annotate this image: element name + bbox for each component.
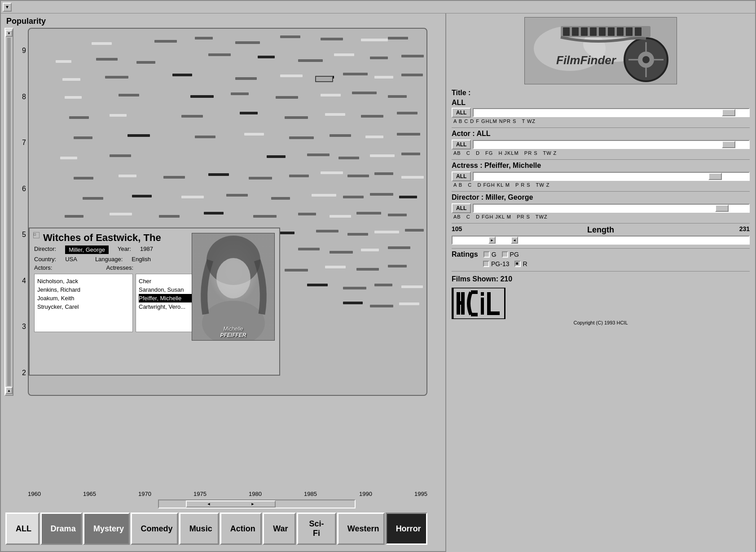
- film-mark[interactable]: [172, 74, 192, 76]
- film-mark[interactable]: [374, 76, 393, 79]
- director-slider-thumb[interactable]: [715, 205, 729, 212]
- film-mark[interactable]: [285, 269, 308, 272]
- film-mark[interactable]: [119, 94, 139, 96]
- film-mark[interactable]: [374, 284, 392, 286]
- film-mark[interactable]: [280, 74, 303, 77]
- film-mark[interactable]: [119, 175, 136, 177]
- film-mark[interactable]: [62, 78, 80, 81]
- film-mark[interactable]: [361, 115, 383, 118]
- film-mark[interactable]: [361, 39, 388, 41]
- film-mark[interactable]: [334, 53, 354, 56]
- film-mark[interactable]: [154, 40, 177, 43]
- film-mark[interactable]: [338, 157, 359, 159]
- actor-item[interactable]: Struycker, Carel: [37, 302, 130, 311]
- y-down-arrow[interactable]: ▲: [5, 387, 13, 394]
- genre-btn-scifi[interactable]: Sci-Fi: [297, 513, 336, 545]
- film-mark[interactable]: [235, 41, 260, 44]
- film-mark[interactable]: [244, 133, 264, 136]
- film-mark[interactable]: [258, 56, 275, 58]
- film-mark[interactable]: [361, 249, 379, 251]
- film-mark[interactable]: [388, 37, 408, 39]
- film-mark[interactable]: [208, 53, 231, 56]
- film-mark[interactable]: [399, 196, 417, 198]
- film-mark[interactable]: [65, 96, 82, 99]
- film-mark[interactable]: [96, 58, 118, 61]
- film-mark[interactable]: [226, 194, 248, 197]
- x-slider[interactable]: ◄ ►: [158, 499, 356, 508]
- film-mark[interactable]: [307, 153, 330, 156]
- actress-all-button[interactable]: ALL: [452, 171, 471, 181]
- film-mark[interactable]: [74, 177, 93, 180]
- film-mark[interactable]: [163, 176, 185, 179]
- film-mark[interactable]: [343, 302, 363, 304]
- film-mark[interactable]: [181, 115, 203, 118]
- x-slider-thumb[interactable]: ◄ ►: [186, 500, 276, 508]
- actor-item[interactable]: Joakum, Keith: [37, 294, 130, 302]
- film-mark[interactable]: [321, 38, 343, 40]
- film-mark[interactable]: [325, 113, 345, 116]
- film-mark[interactable]: [249, 177, 272, 180]
- film-mark[interactable]: [397, 133, 420, 136]
- film-mark[interactable]: [347, 233, 368, 236]
- film-mark[interactable]: [110, 213, 132, 215]
- film-mark[interactable]: [289, 175, 309, 177]
- selected-film-mark[interactable]: [315, 76, 333, 82]
- genre-btn-mystery[interactable]: Mystery: [83, 513, 130, 545]
- director-all-button[interactable]: ALL: [452, 203, 471, 213]
- film-mark[interactable]: [401, 74, 423, 76]
- film-mark[interactable]: [388, 95, 407, 98]
- rating-pg-checkbox[interactable]: [502, 251, 508, 258]
- film-mark[interactable]: [330, 251, 353, 254]
- film-mark[interactable]: [405, 229, 424, 232]
- film-mark[interactable]: [321, 94, 341, 96]
- actor-slider-thumb[interactable]: [722, 141, 735, 148]
- actor-item[interactable]: Nicholson, Jack: [37, 277, 130, 285]
- rating-g-checkbox[interactable]: [483, 251, 490, 258]
- film-mark[interactable]: [298, 59, 323, 62]
- film-mark[interactable]: [388, 265, 407, 267]
- length-left-arrow[interactable]: ►: [488, 237, 496, 244]
- film-mark[interactable]: [399, 302, 419, 305]
- rating-r-checkbox[interactable]: [514, 261, 521, 267]
- actress-slider[interactable]: [473, 172, 750, 181]
- film-mark[interactable]: [374, 231, 399, 233]
- actor-slider[interactable]: [473, 140, 750, 149]
- film-mark[interactable]: [289, 136, 314, 139]
- film-mark[interactable]: [280, 35, 300, 38]
- film-mark[interactable]: [60, 157, 77, 159]
- film-mark[interactable]: [195, 136, 215, 138]
- film-mark[interactable]: [240, 112, 258, 114]
- x-right-arrow[interactable]: ►: [251, 502, 255, 506]
- y-axis-slider[interactable]: ▼ ▲: [4, 28, 13, 396]
- film-mark[interactable]: [397, 112, 418, 114]
- actor-all-button[interactable]: ALL: [452, 140, 471, 149]
- film-mark[interactable]: [92, 42, 112, 45]
- genre-btn-music[interactable]: Music: [179, 513, 219, 545]
- film-mark[interactable]: [127, 134, 150, 137]
- actress-slider-thumb[interactable]: [708, 173, 722, 180]
- genre-btn-action[interactable]: Action: [220, 513, 262, 545]
- rating-pg13-checkbox[interactable]: [483, 261, 489, 267]
- genre-btn-western[interactable]: Western: [337, 513, 385, 545]
- film-mark[interactable]: [136, 61, 155, 64]
- film-mark[interactable]: [181, 196, 204, 198]
- film-mark[interactable]: [208, 173, 229, 176]
- film-mark[interactable]: [370, 305, 393, 307]
- director-value[interactable]: Miller, George: [65, 245, 109, 254]
- film-mark[interactable]: [110, 154, 131, 157]
- length-slider[interactable]: ► ◄: [452, 236, 750, 245]
- film-mark[interactable]: [105, 76, 128, 79]
- director-slider[interactable]: [473, 204, 750, 213]
- film-mark[interactable]: [271, 197, 290, 200]
- film-mark[interactable]: [110, 114, 127, 117]
- film-mark[interactable]: [370, 193, 393, 196]
- film-mark[interactable]: [83, 197, 103, 200]
- film-mark[interactable]: [401, 55, 424, 57]
- film-mark[interactable]: [321, 171, 343, 174]
- film-mark[interactable]: [307, 284, 328, 286]
- film-mark[interactable]: [312, 194, 336, 197]
- film-mark[interactable]: [370, 57, 388, 59]
- genre-btn-war[interactable]: War: [263, 513, 296, 545]
- film-mark[interactable]: [343, 287, 366, 289]
- film-mark[interactable]: [365, 136, 383, 138]
